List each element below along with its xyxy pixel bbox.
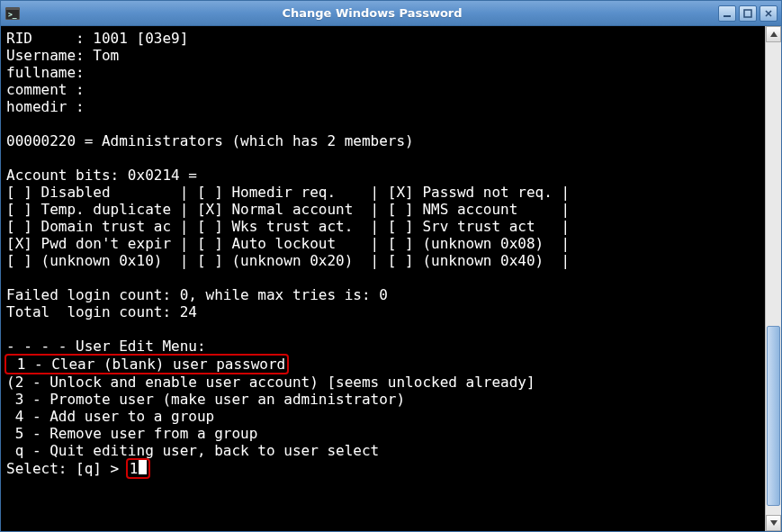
account-bits-row: [ ] (unknown 0x10) | [ ] (unknown 0x20) … — [6, 252, 570, 269]
total-login-count: Total login count: 24 — [6, 303, 197, 320]
content-area: RID : 1001 [03e9] Username: Tom fullname… — [1, 26, 781, 531]
highlight-input: 1 — [126, 458, 150, 479]
failed-login-count: Failed login count: 0, while max tries i… — [6, 286, 388, 303]
terminal-output[interactable]: RID : 1001 [03e9] Username: Tom fullname… — [1, 26, 765, 531]
fullname-label: fullname: — [6, 64, 85, 81]
account-bits-row: [X] Pwd don't expir | [ ] Auto lockout |… — [6, 235, 570, 252]
close-button[interactable] — [760, 5, 778, 22]
rid-value: 1001 [03e9] — [85, 30, 189, 47]
svg-rect-3 — [724, 15, 731, 17]
window-title: Change Windows Password — [26, 6, 718, 20]
scroll-thumb[interactable] — [767, 326, 780, 506]
prompt-label: Select: [q] > — [6, 460, 128, 477]
menu-item-3[interactable]: 3 - Promote user (make user an administr… — [6, 391, 405, 408]
scroll-down-button[interactable] — [766, 515, 781, 531]
menu-header: - - - - User Edit Menu: — [6, 338, 206, 355]
menu-item-4[interactable]: 4 - Add user to a group — [6, 408, 214, 425]
comment-label: comment : — [6, 81, 85, 98]
homedir-label: homedir : — [6, 98, 85, 115]
terminal-icon: >_ — [4, 5, 21, 22]
rid-label: RID : — [6, 30, 85, 47]
scroll-track[interactable] — [766, 42, 781, 515]
maximize-button[interactable] — [739, 5, 757, 22]
account-bits-header: Account bits: 0x0214 = — [6, 167, 197, 184]
window-controls — [718, 5, 778, 22]
prompt-input[interactable]: 1 — [130, 460, 139, 477]
scrollbar[interactable] — [765, 26, 781, 531]
menu-item-q[interactable]: q - Quit editing user, back to user sele… — [6, 442, 379, 459]
svg-marker-8 — [770, 520, 778, 526]
svg-rect-1 — [6, 8, 19, 10]
group-line: 00000220 = Administrators (which has 2 m… — [6, 132, 414, 149]
menu-item-5[interactable]: 5 - Remove user from a group — [6, 425, 257, 442]
menu-item-1[interactable]: 1 - Clear (blank) user password — [8, 356, 285, 373]
scroll-up-button[interactable] — [766, 26, 781, 42]
cursor — [139, 460, 147, 474]
account-bits-row: [ ] Disabled | [ ] Homedir req. | [X] Pa… — [6, 184, 570, 201]
username-value: Tom — [85, 47, 120, 64]
highlight-menu-item-1: 1 - Clear (blank) user password — [4, 354, 289, 374]
svg-text:>_: >_ — [8, 11, 17, 19]
menu-item-2[interactable]: (2 - Unlock and enable user account) [se… — [6, 374, 535, 391]
titlebar: >_ Change Windows Password — [1, 1, 781, 26]
username-label: Username: — [6, 47, 85, 64]
svg-rect-4 — [744, 10, 751, 17]
account-bits-row: [ ] Temp. duplicate | [X] Normal account… — [6, 201, 570, 218]
account-bits-row: [ ] Domain trust ac | [ ] Wks trust act.… — [6, 218, 570, 235]
svg-marker-7 — [770, 32, 778, 37]
minimize-button[interactable] — [718, 5, 736, 22]
window: >_ Change Windows Password RID : 1001 [0… — [0, 0, 782, 532]
